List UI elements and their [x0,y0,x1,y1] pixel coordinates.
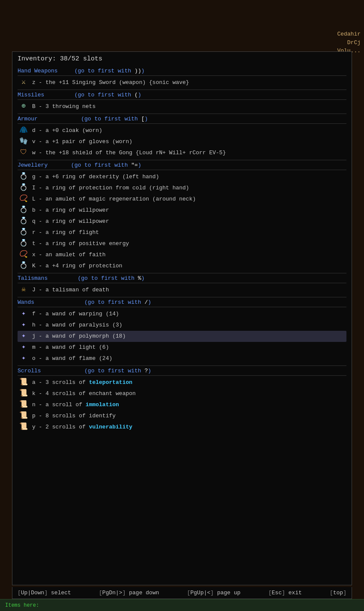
section-label-talismans: Talismans [18,275,48,282]
item-b-text: b - a ring of willpower [32,206,109,215]
item-y[interactable]: 📜 y - 2 scrolls of vulnerability [18,422,346,433]
item-I[interactable]: 💍 I - a ring of protection from cold (ri… [18,183,346,194]
section-label-jewellery: Jewellery [18,162,48,168]
hint-exit: [Esc] exit [269,590,302,596]
item-B[interactable]: ⊕ B - 3 throwing nets [18,101,346,112]
scroll-icon-a: 📜 [18,377,30,388]
section-label-wands: Wands [18,299,34,306]
item-L[interactable]: 📿 L - an amulet of magic regeneration (a… [18,194,346,205]
goto-missiles: (go to first with () [48,92,141,98]
goto-talismans: (go to first with %) [51,275,144,282]
item-k-text: k - 4 scrolls of enchant weapon [32,389,136,398]
item-g[interactable]: 💍 g - a +6 ring of dexterity (left hand) [18,171,346,183]
amulet-icon-x: 📿 [18,250,30,260]
armor-icon: 🧥 [18,126,30,136]
item-B-text: B - 3 throwing nets [32,102,95,111]
divider [18,114,346,114]
hint-select: [Up|Down] select [18,590,71,596]
scroll-icon-k: 📜 [18,389,30,399]
item-t[interactable]: 💍 t - a ring of positive energy [18,238,346,249]
player-name: Cedahir [337,30,361,39]
item-h-text: h - a wand of paralysis (3) [32,321,122,330]
item-h[interactable]: ✦ h - a wand of paralysis (3) [18,320,346,331]
wand-icon-m: ✦ [18,342,30,353]
item-k[interactable]: 📜 k - 4 scrolls of enchant weapon [18,388,346,399]
talisman-icon-J: ☠ [18,285,30,295]
section-scrolls: Scrolls (go to first with ?) [18,368,346,374]
item-x-text: x - an amulet of faith [32,251,106,260]
armor-icon-v: 🧤 [18,137,30,147]
section-hand-weapons: Hand Weapons (go to first with ))) [18,68,346,74]
goto-wands: (go to first with /) [38,299,151,306]
item-m[interactable]: ✦ m - a wand of light (6) [18,342,346,353]
item-a[interactable]: 📜 a - 3 scrolls of teleportation [18,377,346,388]
ring-icon-r: 💍 [18,228,30,238]
hint-page-up: [PgUp|<] page up [187,590,241,596]
item-o[interactable]: ✦ o - a wand of flame (24) [18,353,346,364]
item-n-text: n - a scroll of immolation [32,401,119,410]
item-x[interactable]: 📿 x - an amulet of faith [18,249,346,261]
wand-icon-j: ✦ [18,331,30,341]
item-J-text: J - a talisman of death [32,286,109,295]
item-J[interactable]: ☠ J - a talisman of death [18,285,346,296]
item-w[interactable]: 🛡 w - the +18 shield of the Gong {Loud r… [18,147,346,159]
bottom-bar: [Up|Down] select [PgDn|>] page down [PgU… [12,587,352,599]
goto-armour: (go to first with [) [41,116,148,122]
item-p[interactable]: 📜 p - 8 scrolls of identify [18,410,346,422]
ring-icon-q: 💍 [18,216,30,227]
divider [18,365,346,366]
item-j[interactable]: ✦ j - a wand of polymorph (18) [18,331,346,342]
section-wands: Wands (go to first with /) [18,299,346,306]
item-b[interactable]: 💍 b - a ring of willpower [18,205,346,216]
goto-scrolls: (go to first with ?) [44,368,151,374]
divider [18,160,346,160]
section-label-missiles: Missiles [18,92,44,98]
item-g-text: g - a +6 ring of dexterity (left hand) [32,173,159,182]
section-talismans: Talismans (go to first with %) [18,275,346,282]
item-v[interactable]: 🧤 v - a +1 pair of gloves (worn) [18,136,346,147]
scroll-icon-n: 📜 [18,400,30,410]
item-K[interactable]: 💍 K - a +4 ring of protection [18,261,346,272]
item-d[interactable]: 🧥 d - a +0 cloak (worn) [18,125,346,136]
divider [18,307,346,307]
ring-icon-t: 💍 [18,239,30,249]
item-m-text: m - a wand of light (6) [32,343,109,352]
item-z-text: z - the +11 Singing Sword (weapon) {soni… [32,78,189,87]
divider [18,375,346,376]
item-w-text: w - the +18 shield of the Gong {Loud rN+… [32,149,226,158]
divider [18,283,346,283]
item-z[interactable]: ⚔ z - the +11 Singing Sword (weapon) {so… [18,77,346,88]
item-f[interactable]: ✦ f - a wand of warping (14) [18,308,346,320]
ring-icon-b: 💍 [18,205,30,216]
item-y-text: y - 2 scrolls of vulnerability [32,423,132,432]
status-text: Items here: [5,602,39,608]
ring-icon-g: 💍 [18,172,30,182]
item-n[interactable]: 📜 n - a scroll of immolation [18,399,346,410]
divider [18,123,346,124]
divider [18,99,346,100]
item-o-text: o - a wand of flame (24) [32,354,112,363]
wand-icon-f: ✦ [18,309,30,319]
item-d-text: d - a +0 cloak (worn) [32,126,102,135]
player-class: DrCj [337,39,361,47]
hint-top: [top] [330,590,346,596]
item-p-text: p - 8 scrolls of identify [32,412,116,421]
scroll-icon-y: 📜 [18,422,30,432]
item-q[interactable]: 💍 q - a ring of willpower [18,216,346,227]
hint-page-down: [PgDn|>] page down [99,590,159,596]
divider [18,273,346,273]
item-t-text: t - a ring of positive energy [32,240,129,249]
missile-icon: ⊕ [18,102,30,112]
item-r-text: r - a ring of flight [32,228,99,237]
weapon-icon: ⚔ [18,78,30,88]
section-armour: Armour (go to first with [) [18,116,346,122]
wand-icon-h: ✦ [18,320,30,330]
status-bar: Items here: [0,599,364,611]
scroll-icon-p: 📜 [18,411,30,421]
wand-icon-o: ✦ [18,353,30,364]
goto-jewellery: (go to first with "=) [51,162,141,168]
divider [18,75,346,76]
divider [18,90,346,90]
item-r[interactable]: 💍 r - a ring of flight [18,227,346,238]
ring-icon-I: 💍 [18,183,30,193]
